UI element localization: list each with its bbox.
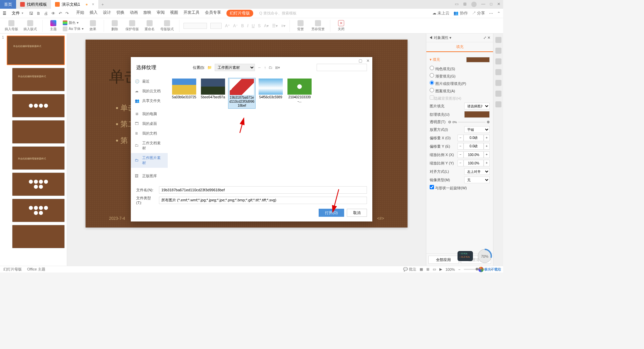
strip-icon-1[interactable] [495,37,501,43]
collab-button[interactable]: 👥 协作 [453,10,468,16]
check-rotate[interactable]: 与形状一起旋转(W) [430,185,467,191]
fonts-button[interactable]: Aa 字体 ▾ [63,27,84,31]
menu-insert[interactable]: 插入 [90,10,98,17]
file-3[interactable]: 19b3187ba671ed110cd23f3d99618bef [228,78,256,109]
numbering-icon[interactable]: ≡▾ [281,23,285,28]
back-icon[interactable]: ← [258,65,261,69]
redo-icon[interactable]: ↷ [65,11,69,16]
underline-icon[interactable]: U [252,23,255,28]
font-color-icon[interactable]: A▾ [264,23,269,28]
offx-dec[interactable]: − [458,135,464,141]
menu-design[interactable]: 设计 [103,10,111,17]
italic-icon[interactable]: I [247,23,248,28]
menu-start[interactable]: 开始 [76,10,84,17]
tab-presentation[interactable]: 演示文稿1 ● × [51,0,98,9]
side-recent[interactable]: 🕘最近 [131,77,168,86]
insert-master-button[interactable]: 插入母版 [3,20,19,32]
more-icon[interactable]: ⋯ [489,11,493,16]
close-master-button[interactable]: ✕关闭 [334,20,348,32]
side-share[interactable]: 👥共享文件夹 [131,96,168,106]
menu-animation[interactable]: 动画 [130,10,138,17]
save-bg-button[interactable]: 另存背景 [310,20,326,32]
theme-button[interactable]: 主题 [47,20,60,32]
cloud-status[interactable]: ☁ 未上云 [432,10,449,16]
font-family-select[interactable] [183,23,207,29]
scly-inc[interactable]: + [484,160,490,166]
strip-icon-5[interactable] [495,80,501,86]
texture-fill-select[interactable] [464,111,490,118]
up-icon[interactable]: ↑ [264,65,266,69]
bullets-icon[interactable]: ☰▾ [272,23,278,28]
preview-icon[interactable]: 👁 [51,11,55,16]
dialog-close-icon[interactable]: ✕ [366,58,370,60]
save-icon[interactable]: 🖫 [29,11,33,16]
radio-gradient[interactable]: 渐变填充(G) [430,73,455,79]
strip-icon-6[interactable] [495,91,501,97]
scly-input[interactable] [464,160,484,166]
file-5[interactable]: 210402103339-... [286,78,313,109]
colors-button[interactable]: 颜色 ▾ [63,20,84,25]
thumb-master[interactable]: 单击此处编辑母版标题样式 [7,36,65,65]
file-menu[interactable]: 文件 ▼ [10,10,26,17]
opacity-dec[interactable]: ⊖ [448,120,451,124]
menu-transition[interactable]: 切换 [116,10,124,17]
side-desktop[interactable]: 🗔我的桌面 [131,119,168,129]
sclx-input[interactable] [464,151,484,158]
location-select[interactable]: 工作图片素材 [215,64,255,71]
thumb-layout-2[interactable] [12,94,65,117]
offy-inc[interactable]: + [484,143,490,150]
strip-icon-4[interactable] [495,69,501,75]
opacity-inc[interactable]: ⊕ [487,120,490,124]
radio-pattern[interactable]: 图案填充(A) [430,88,455,94]
side-wpic[interactable]: 🗀工作图片素材 [131,153,168,168]
layout-button[interactable]: 母版版式 [159,20,175,32]
status-comment[interactable]: 💬 批注 [403,267,416,272]
thumb-layout-5[interactable] [12,172,65,196]
minimize-icon[interactable]: — [481,2,485,7]
cancel-button[interactable]: 取消 [347,209,367,217]
command-search[interactable]: Q 查找命令、搜索模板 [259,11,297,16]
undo-icon[interactable]: ↶ [59,11,62,16]
tab-home[interactable]: 首页 [0,0,16,9]
side-stock[interactable]: 🖼正版图库 [131,171,168,181]
sclx-dec[interactable]: − [458,151,464,158]
strip-icon-7[interactable] [495,101,501,107]
insert-layout-button[interactable]: 插入版式 [22,20,38,32]
filename-input[interactable] [159,186,367,194]
bold-icon[interactable]: B [241,23,244,28]
tab-fill[interactable]: 填充 [426,42,493,52]
offy-dec[interactable]: − [458,143,464,150]
fill-swatch[interactable] [466,57,490,62]
strike-icon[interactable]: S [258,23,261,28]
hamburger-icon[interactable]: ☰ [3,11,6,16]
pin-icon[interactable]: ⤢ [483,36,486,40]
zoom-out-icon[interactable]: − [458,267,460,271]
side-docs[interactable]: 🗎我的文档 [131,129,168,138]
align-select[interactable]: 左上对齐 [464,168,490,175]
picture-fill-select[interactable]: 请选择图片 [464,103,490,109]
file-1[interactable]: 5a03b6e310725 [170,78,198,109]
protect-button[interactable]: 保护母版 [124,20,140,32]
open-button[interactable]: 打开(O) [319,209,344,217]
menu-devtools[interactable]: 开发工具 [183,10,200,17]
offy-input[interactable] [464,143,484,150]
grid-icon[interactable]: ⊞ [463,2,467,7]
zoom-level[interactable]: 100% [445,267,455,271]
thumb-layout-1[interactable]: 单击此处编辑母版标题样式 [12,68,65,91]
delete-button[interactable]: 删除 [108,20,121,32]
sclx-inc[interactable]: + [484,151,490,158]
apply-all-button[interactable]: 全部应用 [428,256,459,264]
view-reading-icon[interactable]: ▭ [433,267,436,271]
dialog-search[interactable] [317,64,367,71]
view-normal-icon[interactable]: ▦ [420,267,423,271]
view-icon[interactable]: ⊞▾ [275,65,280,70]
filetype-select[interactable] [159,197,367,204]
tile-select[interactable]: 平铺 [464,126,490,133]
menu-play[interactable]: 放映 [143,10,151,17]
thumb-layout-6[interactable] [12,199,65,222]
scly-dec[interactable]: − [458,160,464,166]
close-tab-icon[interactable]: × [92,2,94,7]
strip-icon-3[interactable] [495,58,501,64]
close-panel-icon[interactable]: ✕ [487,36,490,40]
side-pc[interactable]: 🖥我的电脑 [131,109,168,119]
